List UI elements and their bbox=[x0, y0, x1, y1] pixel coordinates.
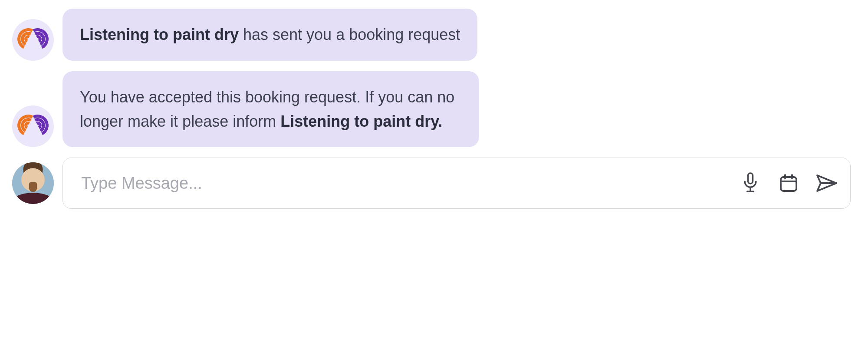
message-input[interactable] bbox=[80, 174, 732, 193]
svg-rect-0 bbox=[748, 173, 753, 184]
brand-logo-icon bbox=[21, 115, 45, 137]
svg-rect-3 bbox=[781, 177, 796, 191]
brand-logo-icon bbox=[21, 29, 45, 51]
microphone-icon[interactable] bbox=[739, 172, 762, 194]
user-avatar[interactable] bbox=[12, 162, 54, 204]
message-bubble: You have accepted this booking request. … bbox=[62, 71, 479, 148]
message-bubble: Listening to paint dry has sent you a bo… bbox=[62, 9, 477, 61]
message-text-bold: Listening to paint dry bbox=[80, 26, 239, 43]
send-icon[interactable] bbox=[815, 172, 838, 194]
message-text: has sent you a booking request bbox=[239, 26, 460, 43]
compose-row bbox=[9, 158, 851, 209]
message-row: You have accepted this booking request. … bbox=[9, 71, 851, 148]
avatar-photo bbox=[12, 162, 54, 204]
compose-actions bbox=[732, 172, 838, 194]
chat-thread: Listening to paint dry has sent you a bo… bbox=[0, 0, 868, 217]
message-text-bold: Listening to paint dry. bbox=[280, 112, 442, 130]
system-avatar bbox=[12, 105, 54, 147]
compose-box[interactable] bbox=[62, 158, 851, 209]
system-avatar bbox=[12, 19, 54, 61]
message-row: Listening to paint dry has sent you a bo… bbox=[9, 9, 851, 61]
calendar-icon[interactable] bbox=[777, 172, 800, 194]
